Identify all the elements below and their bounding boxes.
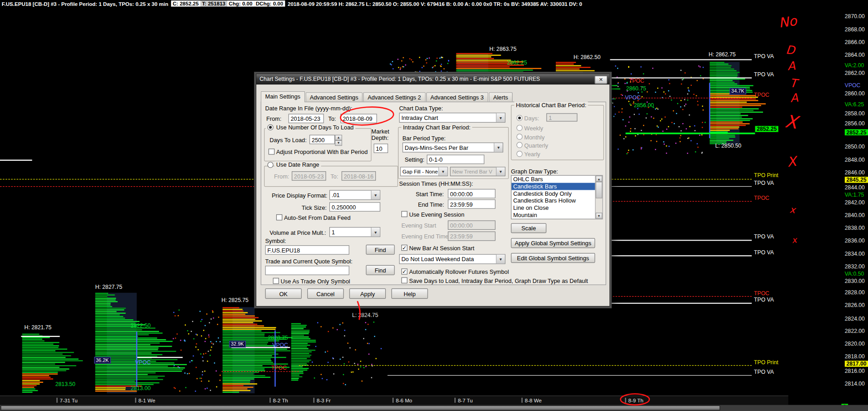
tick-size-input[interactable] [329, 202, 380, 212]
help-button[interactable]: Help [391, 288, 428, 299]
tab-advanced-settings-3[interactable]: Advanced Settings 3 [426, 92, 488, 102]
graph-draw-option[interactable]: Candlestick Bars [512, 183, 597, 190]
chart-label: 2813.00 [130, 385, 150, 391]
price-scale-label: VA:2.00 [845, 62, 864, 68]
graph-draw-type-listbox[interactable]: ▲ ▼ OHLC BarsCandlestick BarsCandlestick… [511, 175, 603, 219]
days-to-load-input[interactable] [309, 135, 335, 144]
graph-draw-option[interactable]: Candlestick Body Only [512, 190, 597, 197]
chart-label: 34.7K [729, 88, 746, 94]
close-icon[interactable]: ✕ [594, 76, 607, 84]
dialog-titlebar[interactable]: Chart Settings - F.US.EPU18 [CB-D] #3 - … [256, 74, 609, 84]
tab-alerts[interactable]: Alerts [489, 92, 512, 102]
edit-global-settings-button[interactable]: Edit Global Symbol Settings [511, 253, 595, 263]
listbox-scrollbar[interactable]: ▲ ▼ [595, 176, 602, 219]
scrollbar-thumb[interactable] [0, 406, 720, 411]
trade-symbol-find-button[interactable]: Find [366, 265, 394, 275]
scroll-down-icon[interactable]: ▼ [596, 213, 603, 218]
graph-draw-option[interactable]: Line on Close [512, 204, 597, 212]
weekend-data-dropdown[interactable]: Do Not Load Weekend Data ▼ [399, 254, 505, 264]
chevron-down-icon[interactable]: ▼ [439, 168, 447, 176]
hist-period-label: Quarterly [524, 142, 549, 149]
horizontal-scrollbar[interactable] [0, 405, 868, 411]
price-display-format-dropdown[interactable]: .01 ▼ [329, 190, 380, 200]
from-date-input[interactable] [289, 114, 324, 124]
chevron-down-icon[interactable]: ▼ [371, 228, 379, 236]
hist-period-radio[interactable] [516, 125, 522, 131]
tab-advanced-settings-2[interactable]: Advanced Settings 2 [363, 92, 425, 102]
bar-period-type-dropdown[interactable]: Days-Mins-Secs Per Bar ▼ [403, 143, 504, 153]
use-days-group [264, 128, 371, 161]
tab-advanced-settings[interactable]: Advanced Settings [305, 92, 363, 102]
timeline-label: 7-31 Tu [60, 397, 78, 403]
listbox-scroll-thumb[interactable] [596, 182, 603, 198]
price-scale-label: 2860.00 [845, 90, 865, 96]
hist-period-label: Monthly [524, 134, 545, 140]
use-trade-only-checkbox[interactable] [273, 278, 279, 284]
price-scale-label: 2852.25 [845, 129, 868, 135]
chart-label: H: 2825.75 [221, 297, 249, 303]
range-to-label: To: [330, 173, 338, 180]
save-default-checkbox[interactable] [401, 277, 407, 283]
price-scale-label: VA:6.25 [845, 101, 864, 107]
chart-data-type-dropdown[interactable]: Intraday Chart ▼ [399, 113, 505, 123]
chart-label: L: 2850.50 [715, 143, 742, 149]
tab-main-settings[interactable]: Main Settings [261, 91, 305, 102]
symbol-title: F.US.EPU18 [CB-D] #3 - Profile Period: 1… [2, 1, 169, 7]
hist-period-radio[interactable] [516, 142, 522, 148]
apply-button[interactable]: Apply [349, 288, 386, 299]
symbol-find-button[interactable]: Find [366, 245, 394, 255]
start-time-input[interactable] [448, 189, 495, 198]
price-scale-label: 2842.00 [845, 199, 865, 205]
graph-draw-option[interactable]: Candlestick Bars Hollow [512, 197, 597, 204]
topbar-stat: T: 251813 [200, 0, 227, 6]
graph-draw-option[interactable]: OHLC Bars [512, 176, 597, 183]
price-scale-label: 2826.00 [845, 302, 865, 308]
chevron-down-icon[interactable]: ▼ [496, 113, 504, 122]
hist-period-label: Yearly [524, 150, 540, 157]
price-scale[interactable]: 2870.002868.002866.002864.00VA:2.002862.… [843, 0, 868, 411]
cancel-button[interactable]: Cancel [307, 288, 344, 299]
chart-label: VPOC [135, 359, 151, 365]
price-scale-label: VA:0.50 [845, 271, 864, 277]
symbol-input[interactable] [265, 245, 349, 255]
new-bar-session-checkbox[interactable] [401, 245, 407, 251]
scroll-up-icon[interactable]: ▲ [596, 176, 603, 182]
use-evening-session-label: Use Evening Session [409, 211, 464, 218]
trade-symbol-input[interactable] [265, 266, 349, 275]
apply-global-settings-button[interactable]: Apply Global Symbol Settings [511, 238, 595, 248]
spinner-up-icon[interactable]: ▲ [335, 135, 342, 140]
gap-fill-dropdown[interactable]: Gap Fill - None ▼ [400, 167, 448, 176]
market-depth-label: Market Depth: [371, 129, 399, 141]
rollover-checkbox[interactable] [401, 268, 407, 274]
scale-button[interactable]: Scale [511, 223, 546, 233]
hist-period-radio[interactable] [516, 150, 522, 156]
market-depth-input[interactable] [374, 144, 388, 153]
save-default-label: Save Days to Load, Intraday Bar Period, … [409, 277, 588, 284]
chevron-down-icon[interactable]: ▼ [494, 143, 503, 152]
chevron-down-icon[interactable]: ▼ [371, 191, 379, 199]
range-from-input [292, 171, 326, 181]
days-to-load-spinner[interactable]: ▲ ▼ [335, 135, 342, 144]
chart-label: 2813.50 [55, 381, 75, 387]
spinner-down-icon[interactable]: ▼ [335, 140, 342, 146]
use-date-range-radio[interactable] [267, 162, 273, 168]
setting-input[interactable] [427, 155, 484, 164]
use-evening-session-checkbox[interactable] [401, 211, 407, 217]
hist-days-radio[interactable] [516, 115, 522, 121]
adjust-proportional-checkbox[interactable] [269, 149, 274, 154]
end-time-input[interactable] [448, 199, 495, 209]
application-window: F.US.EPU18 [CB-D] #3 - Profile Period: 1… [0, 0, 868, 411]
use-number-days-radio[interactable] [267, 124, 273, 130]
chevron-down-icon[interactable]: ▼ [496, 255, 504, 263]
study-label: TPO VA [754, 369, 774, 375]
ok-button[interactable]: OK [265, 288, 301, 299]
auto-set-checkbox[interactable] [276, 214, 282, 220]
hist-period-radio[interactable] [516, 134, 522, 139]
price-scale-label: 2817.00 [845, 361, 868, 366]
graph-draw-option[interactable]: Mountain [512, 212, 597, 219]
study-label: TPOC [754, 290, 769, 296]
to-date-input[interactable] [340, 114, 377, 124]
new-bar-session-label: New Bar At Session Start [409, 245, 474, 252]
price-scale-label: 2828.00 [845, 289, 865, 295]
vap-mult-dropdown[interactable]: 1 ▼ [329, 227, 380, 237]
